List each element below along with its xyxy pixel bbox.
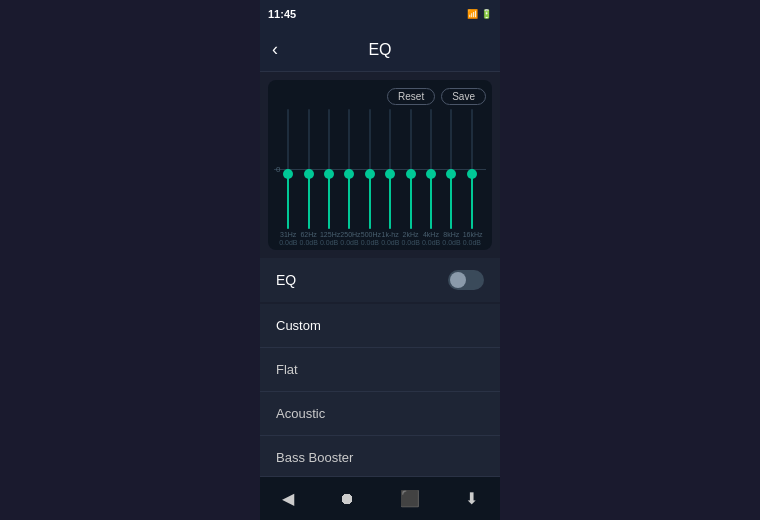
bottom-nav: ◀ ⏺ ⬛ ⬇: [260, 476, 500, 520]
slider-col-0[interactable]: [287, 109, 289, 229]
preset-list: CustomFlatAcousticBass BoosterBass Reduc…: [260, 304, 500, 476]
main-content: EQ CustomFlatAcousticBass BoosterBass Re…: [260, 258, 500, 476]
nav-back-button[interactable]: ◀: [274, 481, 302, 516]
slider-track-4: [369, 109, 371, 229]
slider-knob-0[interactable]: [283, 169, 293, 179]
slider-track-0: [287, 109, 289, 229]
slider-track-3: [348, 109, 350, 229]
slider-knob-3[interactable]: [344, 169, 354, 179]
db-label-5: 0.0dB: [381, 239, 399, 246]
slider-knob-9[interactable]: [467, 169, 477, 179]
back-button[interactable]: ‹: [272, 39, 278, 60]
freq-label-8: 8kHz: [442, 231, 460, 238]
phone-screen: 11:45 📶 🔋 ‹ EQ Reset Save 0 31Hz62Hz125H…: [260, 0, 500, 520]
eq-toggle-label: EQ: [276, 272, 296, 288]
db-label-6: 0.0dB: [402, 239, 420, 246]
preset-item-bass-booster[interactable]: Bass Booster: [260, 436, 500, 476]
db-label-8: 0.0dB: [442, 239, 460, 246]
freq-label-6: 2kHz: [402, 231, 420, 238]
slider-col-8[interactable]: [450, 109, 452, 229]
nav-down-button[interactable]: ⬇: [457, 481, 486, 516]
zero-label: 0: [276, 165, 280, 174]
freq-label-9: 16kHz: [463, 231, 481, 238]
db-label-7: 0.0dB: [422, 239, 440, 246]
preset-item-acoustic[interactable]: Acoustic: [260, 392, 500, 436]
eq-action-buttons: Reset Save: [274, 88, 486, 105]
slider-knob-1[interactable]: [304, 169, 314, 179]
db-label-9: 0.0dB: [463, 239, 481, 246]
slider-col-6[interactable]: [410, 109, 412, 229]
slider-col-9[interactable]: [471, 109, 473, 229]
db-label-3: 0.0dB: [340, 239, 358, 246]
freq-label-3: 250Hz: [340, 231, 358, 238]
eq-toggle-row: EQ: [260, 258, 500, 302]
save-button[interactable]: Save: [441, 88, 486, 105]
slider-track-7: [430, 109, 432, 229]
header: ‹ EQ: [260, 28, 500, 72]
freq-label-1: 62Hz: [300, 231, 318, 238]
freq-label-4: 500Hz: [361, 231, 379, 238]
db-label-0: 0.0dB: [279, 239, 297, 246]
reset-button[interactable]: Reset: [387, 88, 435, 105]
nav-recents-button[interactable]: ⬛: [392, 481, 428, 516]
slider-knob-2[interactable]: [324, 169, 334, 179]
slider-col-4[interactable]: [369, 109, 371, 229]
db-labels: 0.0dB0.0dB0.0dB0.0dB0.0dB0.0dB0.0dB0.0dB…: [274, 238, 486, 246]
slider-track-6: [410, 109, 412, 229]
slider-knob-4[interactable]: [365, 169, 375, 179]
slider-track-9: [471, 109, 473, 229]
slider-knob-8[interactable]: [446, 169, 456, 179]
slider-track-2: [328, 109, 330, 229]
freq-label-5: 1k-hz: [381, 231, 399, 238]
slider-knob-5[interactable]: [385, 169, 395, 179]
page-title: EQ: [368, 41, 391, 59]
slider-col-2[interactable]: [328, 109, 330, 229]
eq-visualizer: Reset Save 0 31Hz62Hz125Hz250Hz500Hz1k-h…: [268, 80, 492, 250]
slider-col-7[interactable]: [430, 109, 432, 229]
freq-label-0: 31Hz: [279, 231, 297, 238]
slider-knob-7[interactable]: [426, 169, 436, 179]
toggle-knob: [450, 272, 466, 288]
eq-sliders-area: 0: [274, 109, 486, 229]
slider-col-5[interactable]: [389, 109, 391, 229]
status-time: 11:45: [268, 8, 296, 20]
db-label-1: 0.0dB: [300, 239, 318, 246]
slider-col-3[interactable]: [348, 109, 350, 229]
slider-col-1[interactable]: [308, 109, 310, 229]
nav-home-button[interactable]: ⏺: [331, 482, 363, 516]
slider-track-1: [308, 109, 310, 229]
eq-toggle-switch[interactable]: [448, 270, 484, 290]
slider-knob-6[interactable]: [406, 169, 416, 179]
freq-label-7: 4kHz: [422, 231, 440, 238]
freq-labels: 31Hz62Hz125Hz250Hz500Hz1k-hz2kHz4kHz8kHz…: [274, 229, 486, 238]
status-icons: 📶 🔋: [467, 9, 492, 19]
freq-label-2: 125Hz: [320, 231, 338, 238]
db-label-2: 0.0dB: [320, 239, 338, 246]
wifi-icon: 📶: [467, 9, 478, 19]
slider-track-8: [450, 109, 452, 229]
preset-item-custom[interactable]: Custom: [260, 304, 500, 348]
db-label-4: 0.0dB: [361, 239, 379, 246]
slider-track-5: [389, 109, 391, 229]
status-bar: 11:45 📶 🔋: [260, 0, 500, 28]
preset-item-flat[interactable]: Flat: [260, 348, 500, 392]
battery-icon: 🔋: [481, 9, 492, 19]
